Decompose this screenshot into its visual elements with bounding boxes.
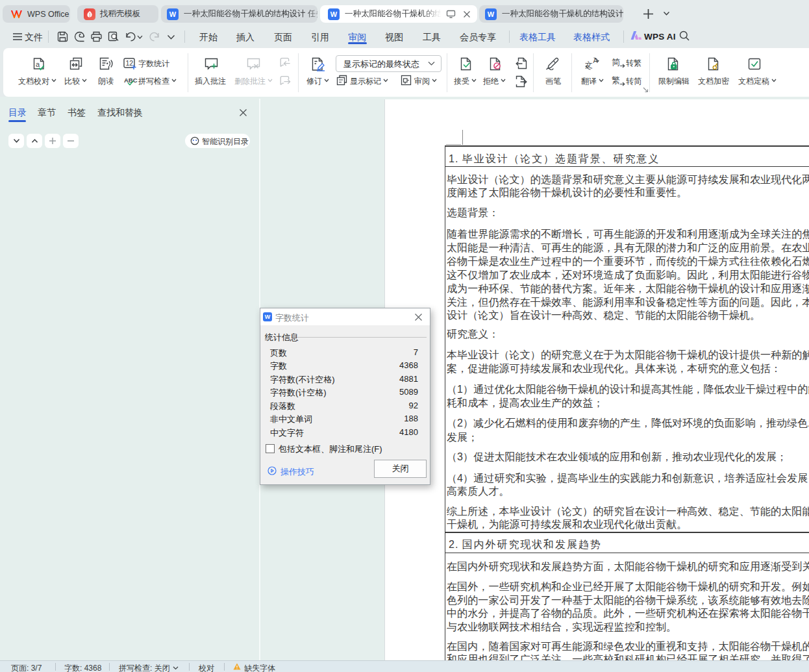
svg-text:文: 文 bbox=[585, 60, 593, 69]
svg-text:a: a bbox=[36, 60, 40, 68]
svg-text:12: 12 bbox=[125, 59, 133, 67]
svg-text:ABC: ABC bbox=[124, 77, 138, 84]
